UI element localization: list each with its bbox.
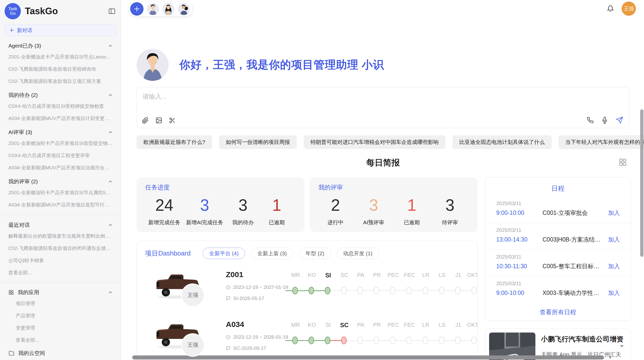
milestone-node[interactable]: [292, 287, 298, 294]
sidebar-chat-item[interactable]: Z001-全新燃油轻卡产品开发项目SI造型提交物评审: [0, 137, 121, 149]
avatar[interactable]: [147, 3, 159, 15]
milestone-label: J1: [451, 322, 466, 328]
milestone-node[interactable]: [422, 337, 428, 344]
join-link[interactable]: 加入: [608, 289, 620, 297]
join-link[interactable]: 加入: [608, 262, 620, 270]
chevron-up-icon[interactable]: [108, 43, 113, 49]
milestone-node[interactable]: [390, 337, 396, 344]
suggestion-chip[interactable]: 当下年轻人对汽车外观有怎样的喜好趋势: [559, 135, 644, 149]
apps-view-all[interactable]: 查看全部...: [0, 334, 121, 346]
sidebar-chat-item[interactable]: C02-飞腾新能源轻客改款项目的闭环通告反馈情况: [0, 242, 121, 254]
chevron-up-icon[interactable]: [108, 179, 113, 184]
milestone-node[interactable]: [406, 287, 412, 294]
sidebar-chat-item[interactable]: C02-飞腾新能源轻客改款项目里程碑画布: [0, 63, 121, 75]
milestone-node[interactable]: [341, 337, 347, 344]
milestone-node[interactable]: [374, 287, 379, 294]
stat-value: 3: [229, 195, 257, 215]
milestone-node[interactable]: [309, 337, 314, 344]
milestone-node[interactable]: [325, 337, 330, 344]
sidebar-app-item[interactable]: 变更管理: [0, 322, 121, 334]
milestone-node[interactable]: [455, 337, 461, 344]
horizontal-scrollbar[interactable]: [132, 355, 604, 359]
message-input[interactable]: 请输入...: [142, 92, 586, 108]
dashboard-title: 项目Dashboard: [145, 249, 191, 258]
recent-view-all[interactable]: 查看全部...: [0, 267, 121, 279]
chevron-up-icon[interactable]: [108, 290, 113, 295]
suggestion-chip[interactable]: 如何写一份清晰的项目周报: [219, 135, 297, 149]
milestone-node[interactable]: [325, 287, 330, 294]
add-member-button[interactable]: [130, 2, 143, 16]
milestone-node[interactable]: [341, 287, 347, 294]
sidebar-chat-item[interactable]: A034-全新新能源MUV产品开发项目法规符合性评审: [0, 162, 121, 174]
scroll-down-icon[interactable]: [619, 343, 625, 349]
send-icon[interactable]: [616, 116, 623, 124]
sidebar-chat-item[interactable]: C0X4-动力总成开发项目SI里程碑提交物检查: [0, 100, 121, 112]
image-icon[interactable]: [155, 117, 162, 124]
filter-chip[interactable]: 年型 (2): [299, 248, 331, 259]
project-owner-badge: 王强: [181, 283, 204, 307]
join-link[interactable]: 加入: [608, 209, 620, 217]
milestone-node[interactable]: [471, 287, 477, 294]
sidebar-chat-item[interactable]: C02-飞腾新能源轻客改款项目立项汇报方案: [0, 75, 121, 87]
avatar[interactable]: [178, 3, 190, 15]
milestone-label: LR: [418, 272, 433, 278]
sidebar-chat-item[interactable]: Z001-全新燃油皮卡产品开发项目SI节点Lesson Learn报告: [0, 51, 121, 63]
suggestion-chip[interactable]: 欧洲新规最近颁布了什么?: [137, 135, 212, 149]
sidebar-chat-item[interactable]: 解释最新出台的欧盟报废车法规再生塑料比例被调至15%...: [0, 230, 121, 242]
project-row[interactable]: 王强 Z001 2023-12-19 ~ 2027-01-19: [145, 266, 477, 309]
milestone-node[interactable]: [390, 287, 396, 294]
sidebar-chat-item[interactable]: C0X4-动力总成开发项目工程变更评审: [0, 149, 121, 162]
sidebar-chat-item[interactable]: A034-全新新能源MUV产品开发项目造型可行性评审: [0, 199, 121, 211]
suggestion-chip[interactable]: 特朗普可能对进口汽车增税会对中国车企造成哪些影响: [304, 135, 446, 149]
sidebar-item-my-apps[interactable]: 我的应用: [0, 285, 121, 297]
sidebar-chat-item[interactable]: A034-全新新能源MUV产品开发项目计划变更表编写: [0, 112, 121, 125]
user-avatar[interactable]: 王强: [622, 2, 636, 16]
milestone-node[interactable]: [309, 287, 314, 294]
milestone-node[interactable]: [439, 287, 444, 294]
milestone-node[interactable]: [406, 337, 412, 344]
new-chat-button[interactable]: 新对话: [5, 24, 116, 36]
sidebar-chat-item[interactable]: 公司Q3轻卡销量: [0, 254, 121, 267]
stat: 3 AI预评审: [360, 195, 388, 226]
section-list-my-todo: C0X4-动力总成开发项目SI里程碑提交物检查A034-全新新能源MUV产品开发…: [0, 100, 121, 125]
sidebar-app-item[interactable]: 产品管理: [0, 310, 121, 322]
scroll-right-icon[interactable]: [608, 355, 613, 360]
card-title: 我的评审: [318, 183, 467, 191]
schedule-time: 10:30-11:30: [496, 263, 536, 270]
chevron-up-icon[interactable]: [108, 92, 113, 98]
sidebar-chat-item[interactable]: Z001-全新燃油轻卡产品开发项目SI节点属性5D文件评审: [0, 187, 121, 199]
layout-grid-icon[interactable]: [618, 158, 627, 167]
greeting-block: 你好，王强，我是你的项目管理助理 小识: [137, 49, 630, 81]
sidebar-app-item[interactable]: 项目管理: [0, 297, 121, 310]
phone-icon[interactable]: [587, 117, 594, 124]
milestone-node[interactable]: [292, 337, 298, 344]
milestone-node[interactable]: [357, 287, 363, 294]
filter-chip[interactable]: 全新平台 (4): [203, 248, 245, 259]
filter-chip[interactable]: 全新上装 (3): [251, 248, 293, 259]
milestone-node[interactable]: [455, 287, 461, 294]
milestone-node[interactable]: [471, 337, 477, 344]
section-list-agent-done: Z001-全新燃油皮卡产品开发项目SI节点Lesson Learn报告C02-飞…: [0, 51, 121, 87]
stat: 3 我的待办: [229, 195, 257, 226]
filter-chip[interactable]: 动总开发 (1): [337, 248, 379, 259]
paperclip-icon[interactable]: [142, 117, 149, 124]
view-all-schedule-link[interactable]: 查看所有日程: [485, 303, 631, 321]
milestone-node[interactable]: [357, 337, 363, 344]
milestone-node[interactable]: [374, 337, 379, 344]
milestone-node[interactable]: [422, 287, 428, 294]
schedule-name: C003|H0B-方案冻结评审: [543, 236, 604, 244]
suggestion-chip[interactable]: 比亚迪全固态电池计划具体说了什么: [452, 135, 552, 149]
collapse-sidebar-icon[interactable]: [108, 7, 116, 15]
chevron-up-icon[interactable]: [108, 129, 113, 135]
scissors-icon[interactable]: [169, 117, 176, 124]
sidebar-item-cloud-space[interactable]: 我的云空间: [0, 346, 121, 360]
vertical-scrollbar[interactable]: [640, 109, 643, 257]
join-link[interactable]: 加入: [608, 236, 620, 244]
chevron-up-icon[interactable]: [108, 222, 113, 228]
project-row[interactable]: 王强 A034 2023-12-19 ~ 2026-01-19: [145, 316, 477, 359]
avatar[interactable]: [162, 3, 174, 15]
project-info: Z001 2023-12-19 ~ 2027-01-19 SI-2025-05-…: [226, 266, 287, 309]
milestone-node[interactable]: [439, 337, 444, 344]
notifications-bell-icon[interactable]: [607, 5, 614, 12]
microphone-icon[interactable]: [601, 117, 608, 124]
